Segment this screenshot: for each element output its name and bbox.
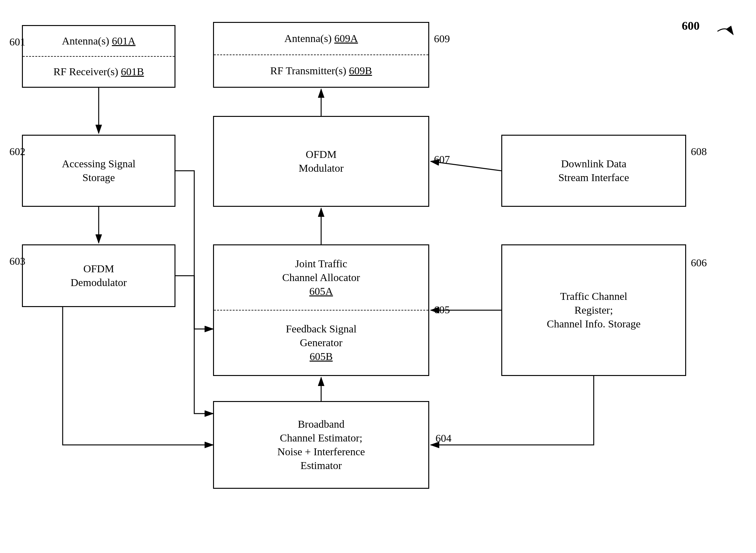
ref-605: 605 bbox=[434, 304, 450, 316]
block-603: OFDMDemodulator bbox=[22, 244, 175, 307]
block-606-label: Traffic ChannelRegister;Channel Info. St… bbox=[547, 290, 641, 331]
block-601-top: Antenna(s) 601A bbox=[23, 26, 174, 56]
block-603-label: OFDMDemodulator bbox=[71, 262, 127, 290]
block-605: Joint TrafficChannel Allocator605A Feedb… bbox=[213, 244, 429, 376]
block-609b-ref: 609B bbox=[349, 65, 372, 76]
block-609-transmitter-label: RF Transmitter(s) 609B bbox=[270, 64, 372, 78]
block-601-receiver-label: RF Receiver(s) 601B bbox=[54, 65, 144, 79]
ref-609: 609 bbox=[434, 33, 450, 45]
block-604-label: BroadbandChannel Estimator;Noise + Inter… bbox=[277, 417, 365, 473]
ref-606: 606 bbox=[691, 257, 707, 269]
block-601a-ref: 601A bbox=[112, 35, 136, 47]
block-601: Antenna(s) 601A RF Receiver(s) 601B bbox=[22, 25, 175, 88]
block-601-antenna-label: Antenna(s) 601A bbox=[62, 34, 135, 48]
ref-604: 604 bbox=[435, 432, 451, 444]
block-605-bottom: Feedback SignalGenerator605B bbox=[214, 311, 428, 375]
block-601b-ref: 601B bbox=[121, 66, 144, 77]
block-601-bottom: RF Receiver(s) 601B bbox=[23, 57, 174, 87]
block-607-label: OFDMModulator bbox=[299, 148, 344, 175]
block-609: Antenna(s) 609A RF Transmitter(s) 609B bbox=[213, 22, 429, 88]
block-608-label: Downlink DataStream Interface bbox=[558, 157, 629, 184]
block-607: OFDMModulator bbox=[213, 116, 429, 207]
block-608: Downlink DataStream Interface bbox=[501, 135, 686, 207]
block-605b-label: Feedback SignalGenerator605B bbox=[286, 322, 356, 364]
block-602-label: Accessing SignalStorage bbox=[62, 157, 135, 184]
ref-607: 607 bbox=[434, 154, 450, 165]
figure-number: 600 bbox=[682, 19, 699, 32]
ref-603: 603 bbox=[9, 255, 25, 267]
block-605-top: Joint TrafficChannel Allocator605A bbox=[214, 245, 428, 310]
ref-608: 608 bbox=[691, 146, 707, 158]
block-609-antenna-label: Antenna(s) 609A bbox=[284, 32, 358, 46]
diagram-container: 600 Antenna(s) 601A RF Receiver(s) 601B … bbox=[0, 0, 756, 553]
block-604: BroadbandChannel Estimator;Noise + Inter… bbox=[213, 401, 429, 489]
ref-602: 602 bbox=[9, 146, 25, 158]
ref-601: 601 bbox=[9, 36, 25, 48]
block-602: Accessing SignalStorage bbox=[22, 135, 175, 207]
block-609-top: Antenna(s) 609A bbox=[214, 23, 428, 55]
block-606: Traffic ChannelRegister;Channel Info. St… bbox=[501, 244, 686, 376]
block-609a-ref: 609A bbox=[334, 32, 358, 44]
block-605a-label: Joint TrafficChannel Allocator605A bbox=[282, 257, 360, 299]
block-609-bottom: RF Transmitter(s) 609B bbox=[214, 55, 428, 87]
